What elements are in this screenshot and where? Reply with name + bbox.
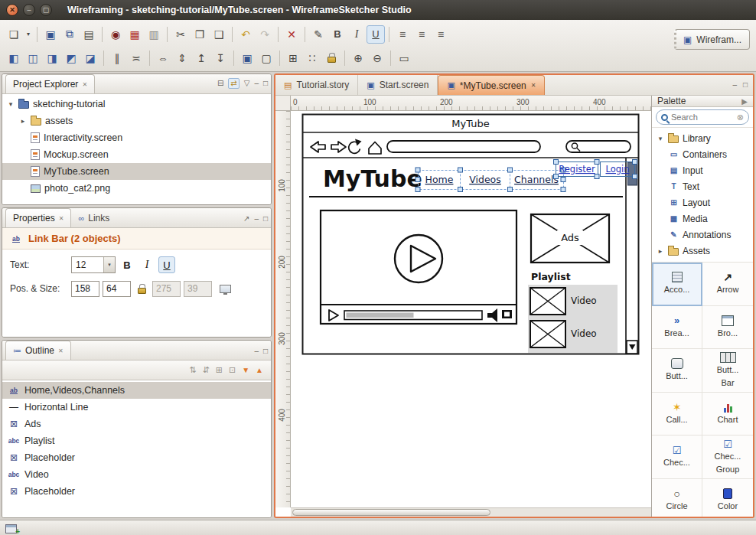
presentation-mode-button[interactable]: ▭: [395, 49, 413, 67]
wf-nav-channels[interactable]: Channels: [514, 174, 559, 185]
underline-button[interactable]: U: [367, 25, 385, 44]
show-markers-icon[interactable]: ⊡: [229, 365, 236, 375]
tab-links[interactable]: ∞ Links: [71, 208, 116, 227]
snap-to-grid-button[interactable]: ⊞: [284, 49, 302, 67]
minimize-icon[interactable]: –: [254, 80, 259, 87]
palette-category-containers[interactable]: ▭ Containers: [652, 146, 753, 162]
palette-item-chart[interactable]: Chart: [702, 393, 753, 436]
tab-properties[interactable]: Properties ✕: [5, 208, 71, 227]
italic-toggle[interactable]: I: [138, 256, 155, 273]
palette-item-color[interactable]: Color: [702, 479, 753, 519]
wf-ads-placeholder[interactable]: Ads: [531, 214, 609, 263]
tree-item-project[interactable]: ▾ sketching-tutorial: [2, 96, 271, 113]
lock-button[interactable]: [322, 49, 341, 67]
group-button[interactable]: ▣: [238, 49, 256, 67]
wf-playlist[interactable]: Video Video: [528, 285, 618, 353]
paste-button[interactable]: ❑: [210, 25, 228, 44]
tree-item-photo-cat2-png[interactable]: photo_cat2.png: [2, 180, 271, 197]
palette-item-callout[interactable]: ✶ Call...: [652, 393, 702, 436]
close-icon[interactable]: ✕: [59, 215, 64, 222]
tree-item-assets[interactable]: ▸ assets: [2, 113, 271, 129]
tab-start-screen[interactable]: ▣ Start.screen: [358, 75, 438, 95]
clear-search-icon[interactable]: ⊗: [737, 113, 744, 122]
sort-icon[interactable]: ⇅: [189, 365, 196, 375]
x-field[interactable]: [71, 281, 99, 297]
wf-nav-videos[interactable]: Videos: [469, 174, 501, 185]
align-edges-top-button[interactable]: ◩: [62, 49, 80, 67]
wf-address-bar[interactable]: [387, 141, 540, 152]
combo-dropdown-icon[interactable]: ▾: [103, 257, 115, 272]
show-grid-button[interactable]: ∷: [303, 49, 321, 67]
palette-item-arrow[interactable]: ↗ Arrow: [702, 263, 753, 306]
match-height-button[interactable]: ⇕: [173, 49, 191, 67]
link-with-editor-icon[interactable]: ⇄: [228, 78, 239, 89]
align-edges-right-button[interactable]: ◨: [43, 49, 61, 67]
palette-item-accordion[interactable]: Acco...: [652, 263, 702, 306]
outline-item-playlist[interactable]: abc Playlist: [2, 432, 271, 449]
cut-button[interactable]: ✂: [171, 25, 190, 44]
search-input[interactable]: [671, 113, 734, 122]
close-icon[interactable]: ✕: [531, 82, 536, 89]
move-up-icon[interactable]: ▲: [256, 366, 263, 374]
tab-tutorial-story[interactable]: ▤ Tutorial.story: [275, 75, 358, 95]
send-to-back-button[interactable]: ↧: [211, 49, 230, 67]
palette-item-browser[interactable]: Bro...: [702, 306, 753, 350]
align-edges-left-button[interactable]: ◧: [5, 49, 23, 67]
width-field[interactable]: [152, 281, 181, 297]
wf-video-player[interactable]: [321, 210, 516, 324]
outline-item-video[interactable]: abc Video: [2, 466, 271, 483]
palette-category-layout[interactable]: ⊞ Layout: [652, 194, 753, 210]
wf-login-link[interactable]: Login: [605, 164, 629, 175]
palette-category-media[interactable]: ▦ Media: [652, 210, 753, 227]
wf-search-box[interactable]: [566, 141, 631, 152]
perspective-switcher-button[interactable]: ▣ Wirefram...: [674, 29, 750, 50]
wireframe-browser-mockup[interactable]: MyTube: [301, 113, 640, 355]
maximize-icon[interactable]: □: [743, 80, 748, 89]
outline-item-linkbar[interactable]: ab Home,Videos,Channels: [2, 382, 271, 399]
screenshot-button[interactable]: ◉: [106, 25, 125, 44]
minimize-icon[interactable]: –: [254, 347, 259, 355]
zoom-in-button[interactable]: ⊕: [349, 49, 367, 67]
print-button[interactable]: ▤: [80, 25, 98, 44]
tree-item-mockup-screen[interactable]: Mockup.screen: [2, 146, 271, 163]
wf-register-link[interactable]: Register: [559, 164, 595, 175]
save-all-button[interactable]: ⧉: [60, 25, 79, 44]
new-wizard-button[interactable]: ❏: [5, 25, 23, 44]
align-text-right-button[interactable]: ≡: [432, 25, 450, 44]
show-grid-icon[interactable]: ⊞: [216, 365, 223, 375]
tree-item-mytube-screen[interactable]: MyTube.screen: [2, 163, 271, 180]
outline-item-horizontal-line[interactable]: — Horizontal Line: [2, 399, 271, 416]
bold-toggle[interactable]: B: [119, 256, 135, 273]
copy-button[interactable]: ❐: [191, 25, 209, 44]
align-text-left-button[interactable]: ≡: [393, 25, 412, 44]
distribute-horizontal-button[interactable]: ∥: [108, 49, 126, 67]
maximize-icon[interactable]: □: [263, 347, 268, 355]
outline-item-placeholder-1[interactable]: ⊠ Placeholder: [2, 449, 271, 466]
scrollbar-thumb[interactable]: [292, 509, 490, 516]
palette-item-circle[interactable]: ○ Circle: [652, 479, 702, 519]
font-size-combo[interactable]: 12 ▾: [71, 256, 116, 273]
expander-icon[interactable]: ▾: [657, 135, 664, 142]
palette-item-breadcrumb[interactable]: » Brea...: [652, 306, 702, 350]
save-button[interactable]: ▣: [41, 25, 60, 44]
height-field[interactable]: [184, 281, 212, 297]
underline-toggle[interactable]: U: [158, 256, 175, 273]
fast-view-icon[interactable]: [5, 524, 17, 533]
window-minimize-button[interactable]: –: [23, 4, 35, 16]
export-html-button[interactable]: ▥: [145, 25, 163, 44]
close-icon[interactable]: ✕: [82, 81, 87, 88]
palette-category-input[interactable]: ▤ Input: [652, 162, 753, 178]
align-text-center-button[interactable]: ≡: [412, 25, 431, 44]
open-in-window-icon[interactable]: ↗: [243, 215, 249, 223]
tab-project-explorer[interactable]: Project Explorer ✕: [5, 74, 95, 93]
wf-nav-home[interactable]: Home: [425, 174, 454, 185]
palette-item-checkbox[interactable]: ☑ Chec...: [652, 436, 702, 479]
outline-item-ads[interactable]: ⊠ Ads: [2, 416, 271, 432]
lock-size-toggle[interactable]: [134, 280, 149, 297]
font-style-button[interactable]: ✎: [309, 25, 327, 44]
ungroup-button[interactable]: ▢: [257, 49, 275, 67]
sort-by-type-icon[interactable]: ⇵: [203, 365, 210, 375]
wf-site-heading[interactable]: MyTube: [323, 165, 422, 192]
outline-item-placeholder-2[interactable]: ⊠ Placeholder: [2, 483, 271, 500]
minimize-icon[interactable]: –: [254, 215, 259, 223]
